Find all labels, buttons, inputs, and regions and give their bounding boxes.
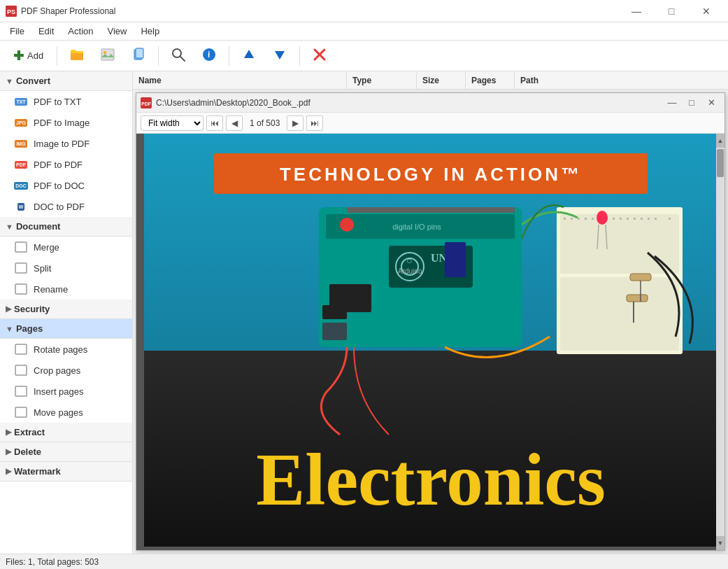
last-page-button[interactable]: ⏭ [306, 115, 323, 131]
merge-label: Merge [34, 242, 59, 253]
menu-view[interactable]: View [101, 23, 134, 39]
sidebar-item-pdf-to-image[interactable]: JPG PDF to Image [0, 112, 132, 133]
sidebar-section-extract[interactable]: ▶ Extract [0, 423, 132, 442]
sidebar-item-rotate-pages[interactable]: Rotate pages [0, 339, 132, 360]
col-type-label: Type [352, 76, 371, 85]
pdf-minimize-button[interactable]: — [663, 95, 681, 111]
rename-label: Rename [34, 284, 68, 295]
delete-label: Delete [14, 447, 41, 457]
svg-text:○: ○ [406, 255, 412, 266]
doc-to-pdf-label: DOC to PDF [34, 202, 85, 212]
book-cover-svg: TECHNOLOGY IN ACTION™ digital I/O pins ○ [144, 134, 718, 547]
pdf-scrollbar[interactable]: ▲ ▼ [716, 134, 725, 550]
move-down-button[interactable] [266, 44, 294, 68]
document-label: Document [16, 221, 61, 232]
sidebar-section-watermark[interactable]: ▶ Watermark [0, 462, 132, 482]
content-area: Name Type Size Pages Path [133, 71, 728, 554]
open-folder-button[interactable] [63, 44, 91, 68]
info-button[interactable]: i [195, 44, 223, 68]
svg-text:PS: PS [7, 8, 15, 15]
svg-rect-18 [15, 386, 27, 396]
menu-file[interactable]: File [3, 23, 31, 39]
sidebar-item-pdf-to-pdf[interactable]: PDF PDF to PDF [0, 154, 132, 175]
menu-action[interactable]: Action [61, 23, 100, 39]
minimize-button[interactable]: — [620, 0, 652, 22]
svg-point-59 [597, 211, 608, 225]
image-icon [100, 47, 115, 64]
scroll-up-button[interactable]: ▲ [716, 134, 725, 148]
document-chevron: ▼ [6, 223, 13, 231]
col-name-header: Name [133, 71, 347, 89]
image-button[interactable] [94, 44, 122, 68]
convert-chevron: ▼ [6, 77, 13, 85]
col-type-header: Type [347, 71, 417, 89]
sidebar-section-convert[interactable]: ▼ Convert [0, 71, 132, 91]
sidebar-item-crop-pages[interactable]: Crop pages [0, 360, 132, 381]
sidebar-item-image-to-pdf[interactable]: IMG Image to PDF [0, 133, 132, 154]
security-chevron: ▶ [6, 304, 11, 314]
main-layout: ▼ Convert TXT PDF to TXT JPG PDF to Imag… [0, 71, 728, 554]
svg-text:PDF: PDF [141, 101, 152, 106]
svg-rect-37 [445, 242, 466, 277]
sidebar-section-pages[interactable]: ▼ Pages [0, 319, 132, 339]
insert-icon [14, 384, 28, 398]
sidebar-item-doc-to-pdf[interactable]: W DOC to PDF [0, 196, 132, 217]
pdf-file-icon: PDF [141, 97, 152, 108]
close-button[interactable]: ✕ [690, 0, 722, 22]
col-path-label: Path [520, 76, 538, 85]
svg-rect-17 [15, 365, 27, 375]
svg-rect-13 [15, 242, 27, 252]
add-button[interactable]: ✚ Add [6, 44, 51, 68]
first-page-button[interactable]: ⏮ [206, 115, 223, 131]
sidebar: ▼ Convert TXT PDF to TXT JPG PDF to Imag… [0, 71, 133, 554]
sidebar-item-pdf-to-doc[interactable]: DOC PDF to DOC [0, 175, 132, 196]
svg-rect-57 [655, 218, 657, 220]
sidebar-item-merge[interactable]: Merge [0, 237, 132, 258]
svg-rect-14 [15, 263, 27, 273]
pdf-close-button[interactable]: ✕ [702, 95, 720, 111]
sidebar-section-delete[interactable]: ▶ Delete [0, 442, 132, 462]
extract-chevron: ▶ [6, 428, 11, 437]
fit-width-select[interactable]: Fit width Fit page 100% [141, 115, 204, 131]
svg-rect-56 [648, 218, 650, 220]
scroll-down-button[interactable]: ▼ [716, 536, 725, 550]
toolbar: ✚ Add [0, 41, 728, 71]
pdf-maximize-button[interactable]: □ [683, 95, 701, 111]
scroll-thumb[interactable] [717, 149, 724, 177]
move-icon [14, 405, 28, 419]
pdf-img-icon: JPG [14, 115, 28, 129]
next-page-button[interactable]: ▶ [287, 115, 304, 131]
col-pages-label: Pages [471, 76, 496, 85]
svg-text:Electronics: Electronics [256, 439, 606, 521]
svg-text:i: i [208, 50, 210, 59]
add-label: Add [27, 50, 43, 61]
sidebar-section-security[interactable]: ▶ Security [0, 300, 132, 319]
delete-icon [312, 47, 327, 64]
sidebar-item-insert-pages[interactable]: Insert pages [0, 381, 132, 402]
move-up-button[interactable] [235, 44, 263, 68]
svg-rect-38 [322, 323, 347, 340]
svg-rect-40 [347, 207, 515, 213]
sidebar-item-pdf-to-txt[interactable]: TXT PDF to TXT [0, 91, 132, 112]
search-button[interactable] [164, 44, 192, 68]
sidebar-item-split[interactable]: Split [0, 258, 132, 279]
copy-icon [131, 47, 146, 64]
sidebar-item-rename[interactable]: Rename [0, 279, 132, 300]
col-pages-header: Pages [466, 71, 515, 89]
copy-button[interactable] [124, 44, 152, 68]
pdf-titlebar: PDF C:\Users\admin\Desktop\2020_Book_.pd… [136, 93, 725, 113]
pdf-viewer-wrapper: PDF C:\Users\admin\Desktop\2020_Book_.pd… [133, 90, 728, 554]
svg-rect-16 [15, 344, 27, 354]
menu-edit[interactable]: Edit [31, 23, 61, 39]
menu-help[interactable]: Help [134, 23, 166, 39]
sidebar-section-document[interactable]: ▼ Document [0, 217, 132, 237]
sidebar-item-move-pages[interactable]: Move pages [0, 402, 132, 423]
delete-button[interactable] [306, 44, 334, 68]
svg-text:Arduino: Arduino [398, 267, 422, 275]
svg-line-8 [180, 57, 185, 61]
doc-pdf-icon: W [14, 199, 28, 213]
extract-label: Extract [14, 427, 45, 437]
prev-page-button[interactable]: ◀ [226, 115, 243, 131]
maximize-button[interactable]: □ [655, 0, 687, 22]
pdf-to-image-label: PDF to Image [34, 118, 90, 128]
